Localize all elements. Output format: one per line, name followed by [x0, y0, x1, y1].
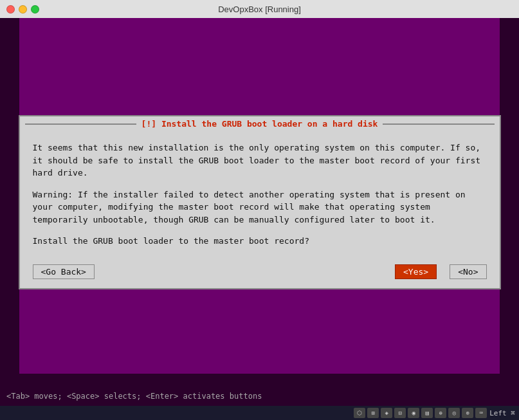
- tray-icon-1: ⬡: [354, 408, 365, 418]
- status-bar: <Tab> moves; <Space> selects; <Enter> ac…: [0, 387, 519, 406]
- tray-icon-10: ⌨: [475, 408, 487, 418]
- left-panel: [0, 18, 19, 387]
- paragraph-2: Warning: If the installer failed to dete…: [33, 188, 487, 226]
- tray-text: Left ⌘: [489, 409, 515, 417]
- dialog-buttons: <Go Back> <Yes> <No>: [20, 258, 500, 288]
- dialog-title: [!] Install the GRUB boot loader on a ha…: [136, 119, 383, 129]
- yes-button[interactable]: <Yes>: [395, 264, 437, 279]
- go-back-button[interactable]: <Go Back>: [33, 264, 95, 279]
- tray-icon-5: ◉: [408, 408, 419, 418]
- minimize-button[interactable]: [19, 5, 27, 14]
- window-controls: [6, 5, 39, 14]
- grub-dialog: [!] Install the GRUB boot loader on a ha…: [19, 115, 501, 289]
- bottom-dark-strip: [0, 374, 519, 387]
- system-tray: ⬡ ⊞ ◈ ⊟ ◉ ▤ ⊕ ◎ ⊗ ⌨ Left ⌘: [0, 406, 519, 420]
- tray-icon-6: ▤: [421, 408, 433, 418]
- status-text: <Tab> moves; <Space> selects; <Enter> ac…: [6, 392, 513, 401]
- tray-icon-2: ⊞: [367, 408, 379, 418]
- dialog-content: It seems that this new installation is t…: [20, 131, 500, 258]
- tray-icon-9: ⊗: [462, 408, 473, 418]
- main-area: [!] Install the GRUB boot loader on a ha…: [0, 18, 519, 387]
- confirm-buttons: <Yes> <No>: [395, 264, 486, 279]
- tray-icon-8: ◎: [448, 408, 460, 418]
- paragraph-1: It seems that this new installation is t…: [33, 142, 487, 179]
- tray-icon-3: ◈: [381, 408, 392, 418]
- right-panel: [500, 18, 519, 387]
- title-bar: DevOpxBox [Running]: [0, 0, 519, 18]
- tray-icon-4: ⊟: [394, 408, 406, 418]
- dialog-question: Install the GRUB boot loader to the mast…: [33, 235, 487, 248]
- maximize-button[interactable]: [31, 5, 39, 14]
- no-button[interactable]: <No>: [450, 264, 486, 279]
- window-title: DevOpxBox [Running]: [218, 5, 301, 14]
- tray-icons: ⬡ ⊞ ◈ ⊟ ◉ ▤ ⊕ ◎ ⊗ ⌨: [354, 408, 487, 418]
- dialog-title-bar: [!] Install the GRUB boot loader on a ha…: [20, 116, 500, 131]
- close-button[interactable]: [6, 5, 15, 14]
- tray-icon-7: ⊕: [435, 408, 446, 418]
